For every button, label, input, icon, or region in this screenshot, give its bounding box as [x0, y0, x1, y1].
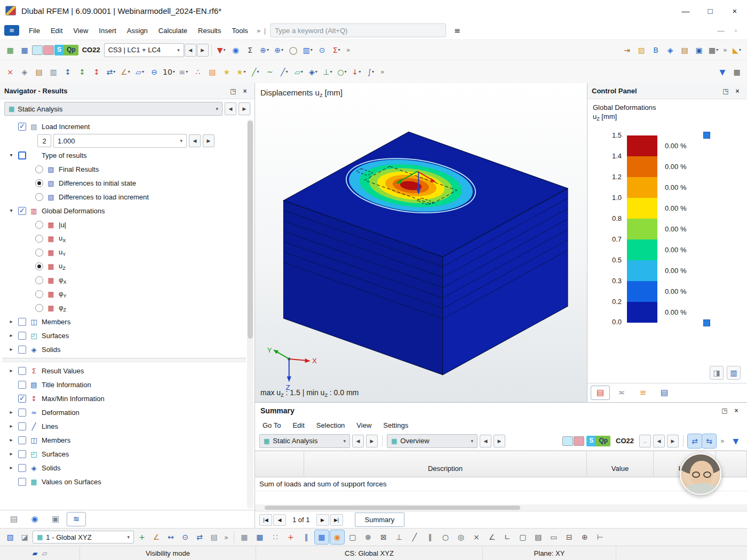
tree-item[interactable]: ▦ φX	[2, 273, 246, 287]
tree-item[interactable]: ▤ Title Information	[2, 378, 246, 391]
move-x-icon[interactable]: ↕	[61, 65, 75, 79]
menu-item[interactable]: Calculate	[153, 23, 193, 37]
tree-item[interactable]: ▸ ◰ Surfaces	[2, 447, 246, 461]
increment-value-combo[interactable]: 1.000 ▾	[53, 134, 187, 148]
open-folder-icon[interactable]: ▨	[634, 43, 648, 57]
new-arc-icon[interactable]: ~	[263, 65, 277, 79]
snap-tangent-icon[interactable]: ◎	[454, 530, 468, 544]
copy-object-icon[interactable]: ▥	[46, 65, 60, 79]
menu-item[interactable]: File	[23, 23, 45, 37]
model-3d-view[interactable]: Y X Z	[255, 83, 587, 402]
case-swatch-red[interactable]	[574, 436, 584, 446]
edit-rotate-icon[interactable]: ∠ ▾	[118, 65, 132, 79]
menu-item[interactable]: Assign	[122, 23, 153, 37]
summary-more-button[interactable]: ..	[639, 435, 651, 447]
tree-item[interactable]: ▸ ◫ Members	[2, 433, 246, 447]
pager-next-button[interactable]: ▶	[316, 514, 329, 526]
comment-icon[interactable]: ▭	[547, 530, 561, 544]
menu-item[interactable]: Insert	[93, 23, 122, 37]
tree-item[interactable]: ▦ φY	[2, 287, 246, 301]
tables-icon[interactable]: ▦	[730, 65, 744, 79]
tree-item-control[interactable]	[18, 346, 26, 354]
wall-icon[interactable]: ▤	[205, 65, 219, 79]
ucs-origin-icon[interactable]: ⊙	[178, 530, 192, 544]
move-xyz-icon[interactable]: ⇄ ▾	[104, 65, 118, 79]
tree-item[interactable]: ▾ Type of results	[2, 148, 246, 162]
navigator-dock-icon[interactable]: ◳	[228, 86, 239, 97]
scale-handle-top[interactable]	[703, 132, 710, 139]
bluebeam-icon[interactable]: B	[649, 43, 663, 57]
summary-analysis-combo[interactable]: ▦ Static Analysis ▾	[259, 434, 350, 448]
select-cross-icon[interactable]: ⊗	[361, 530, 375, 544]
clipping-box-icon[interactable]: ◪	[18, 530, 31, 544]
grid-icon[interactable]: ▦	[237, 530, 251, 544]
search-filter-icon[interactable]: ≡	[450, 23, 464, 37]
summary-menu-item[interactable]: Edit	[287, 418, 309, 432]
tab-settings-icon[interactable]: ▤	[655, 386, 674, 400]
model-cube-icon[interactable]: ◈	[663, 43, 677, 57]
summary-view-next-button[interactable]: ▶	[494, 435, 505, 447]
fe-mesh-icon[interactable]: ∴	[191, 65, 205, 79]
coordinate-system-combo[interactable]: ▦ 1 - Global XYZ ▾	[33, 531, 134, 543]
summary-filter-icon[interactable]: ▼	[729, 434, 743, 448]
tree-item[interactable]: ▸ ≈ Deformation	[2, 405, 246, 419]
tree-item-control[interactable]	[35, 249, 43, 257]
tree-item[interactable]: ▦ uY	[2, 245, 246, 259]
ucs-edit-icon[interactable]: ∠	[149, 530, 163, 544]
work-plane-icon[interactable]: ▱ ▾	[133, 65, 147, 79]
toolbar-overflow2-icon[interactable]: »	[721, 46, 729, 53]
panel-edit-icon[interactable]: ▥	[727, 366, 741, 380]
sync-selection-icon[interactable]: ⇄	[688, 434, 702, 448]
display-results-icon[interactable]: ◉	[229, 43, 243, 57]
summary-dock-icon[interactable]: ◳	[719, 405, 730, 416]
tree-item-control[interactable]	[35, 165, 43, 173]
tree-item[interactable]: ▸ Σ Result Values	[2, 364, 246, 378]
new-surface-icon[interactable]: ▱ ▾	[292, 65, 306, 79]
result-values-icon[interactable]: Σ	[243, 43, 257, 57]
tree-item[interactable]: ▦ φZ	[2, 301, 246, 315]
zoom-values-icon[interactable]: ⊕ ▾	[258, 43, 272, 57]
tree-item[interactable]: ▾ ▥ Global Deformations	[2, 204, 246, 218]
header-value[interactable]: Value	[587, 451, 654, 477]
tree-item[interactable]: ▸ ╱ Lines	[2, 419, 246, 433]
new-node-icon[interactable]: ★	[220, 65, 234, 79]
bottom-overflow-icon[interactable]: »	[222, 534, 231, 541]
summary-view-prev-button[interactable]: ◀	[480, 435, 491, 447]
pager-first-button[interactable]: |◀	[259, 514, 272, 526]
menu-item[interactable]: Edit	[45, 23, 68, 37]
rendering-mode-icon[interactable]: ▥ ▾	[301, 43, 315, 57]
new-member-icon[interactable]: ╱ ▾	[277, 65, 291, 79]
tree-item-control[interactable]	[18, 151, 26, 159]
tree-item[interactable]: ▤ Load Increment	[2, 119, 246, 133]
tree-item-control[interactable]	[35, 290, 43, 298]
new-support-icon[interactable]: ⊥ ▾	[321, 65, 335, 79]
tab-filter-icon[interactable]: ≡	[633, 386, 653, 400]
tree-item-control[interactable]	[18, 332, 26, 340]
case-prev-button[interactable]: ◀	[185, 44, 196, 57]
edit-overflow-icon[interactable]: »	[378, 68, 387, 75]
tree-item[interactable]: ▸ ◫ Members	[2, 315, 246, 329]
node-on-line-icon[interactable]: ★ ▾	[234, 65, 248, 79]
tree-item[interactable]: ▦ uZ	[2, 259, 246, 273]
summary-case-prev-button[interactable]: ◀	[653, 435, 665, 447]
summary-menu-item[interactable]: View	[351, 418, 377, 432]
summary-analysis-next-button[interactable]: ▶	[366, 435, 378, 447]
tree-item[interactable]: ▧ Differences to initial state	[2, 176, 246, 190]
analysis-type-combo[interactable]: ▦ Static Analysis ▾	[4, 102, 222, 116]
select-special-icon[interactable]: ⊠	[377, 530, 391, 544]
tree-item-control[interactable]	[35, 304, 43, 312]
load-case-combo[interactable]: CS3 | LC1 + LC4 ▾	[104, 43, 184, 57]
visibility-filter-icon[interactable]: ▼	[716, 65, 729, 79]
status-work-plane[interactable]: Plane: XY	[483, 546, 616, 560]
summary-analysis-prev-button[interactable]: ◀	[352, 435, 364, 447]
navigator-splitter[interactable]	[2, 358, 246, 362]
maximize-button[interactable]: □	[698, 0, 722, 21]
tree-item-control[interactable]	[18, 409, 26, 417]
ucs-manager-icon[interactable]: ▤	[207, 530, 221, 544]
increment-number-field[interactable]: 2	[37, 134, 51, 147]
plane-ellipse-icon[interactable]: ⊖	[147, 65, 161, 79]
tree-item-control[interactable]	[35, 179, 43, 187]
status-coordinate-system[interactable]: CS: Global XYZ	[256, 546, 483, 560]
measure-icon[interactable]: ∟	[500, 530, 514, 544]
tree-item-control[interactable]	[18, 207, 26, 215]
